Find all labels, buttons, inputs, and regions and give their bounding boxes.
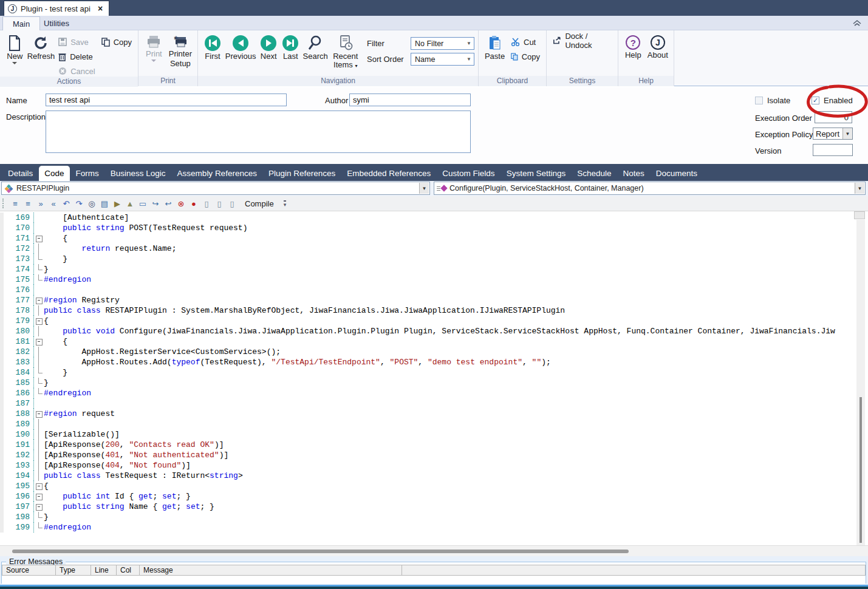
pause-icon[interactable]: ▯ bbox=[201, 198, 212, 209]
fold-collapse-icon[interactable] bbox=[34, 481, 44, 491]
next-button[interactable]: Next bbox=[258, 33, 279, 61]
code-line[interactable]: 192[ApiResponse(401, "Not authenticated"… bbox=[0, 450, 856, 460]
tab-notes[interactable]: Notes bbox=[617, 166, 649, 181]
print-button[interactable]: Print bbox=[142, 33, 166, 62]
delete-button[interactable]: Delete bbox=[56, 51, 97, 62]
tab-embedded-references[interactable]: Embedded References bbox=[341, 166, 436, 181]
error-table-body[interactable] bbox=[2, 576, 866, 584]
tab-assembly-references[interactable]: Assembly References bbox=[172, 166, 262, 181]
version-input[interactable] bbox=[813, 144, 853, 156]
code-line[interactable]: 194public class TestRequest : IReturn<st… bbox=[0, 471, 856, 481]
code-line[interactable]: 177#region Registry bbox=[0, 295, 856, 305]
about-button[interactable]: J About bbox=[646, 33, 670, 60]
save-button[interactable]: Save bbox=[56, 36, 97, 47]
tab-system-settings[interactable]: System Settings bbox=[501, 166, 572, 181]
horizontal-scrollbar[interactable] bbox=[0, 545, 868, 556]
enabled-checkbox[interactable]: ✓ Enabled bbox=[812, 96, 853, 105]
column-col[interactable]: Col bbox=[117, 565, 140, 575]
code-line[interactable]: 171 { bbox=[0, 233, 856, 243]
code-line[interactable]: 184 } bbox=[0, 367, 856, 378]
code-line[interactable]: 173 } bbox=[0, 254, 856, 264]
execution-order-input[interactable] bbox=[815, 111, 852, 123]
cut-button[interactable]: Cut bbox=[508, 36, 542, 47]
box-icon[interactable]: ▭ bbox=[137, 198, 148, 209]
code-line[interactable]: 180 public void Configure(JiwaFinancials… bbox=[0, 326, 856, 336]
code-line[interactable]: 190[Serializable()] bbox=[0, 429, 856, 440]
previous-button[interactable]: Previous bbox=[225, 33, 256, 61]
code-line[interactable]: 169 [Authenticate] bbox=[0, 213, 856, 223]
format-document-icon[interactable]: ≡ bbox=[10, 198, 21, 209]
help-button[interactable]: ? Help bbox=[622, 33, 644, 60]
code-line[interactable]: 176 bbox=[0, 285, 856, 295]
tab-documents[interactable]: Documents bbox=[651, 166, 703, 181]
fold-collapse-icon[interactable] bbox=[34, 295, 44, 305]
format-selection-icon[interactable]: ≡ bbox=[22, 198, 33, 209]
author-input[interactable] bbox=[349, 94, 471, 106]
recent-items-button[interactable]: Recent Items ▾ bbox=[330, 33, 361, 70]
method-combobox[interactable]: Configure(Plugin, ServiceStackHost, Cont… bbox=[434, 182, 866, 195]
toolbar-overflow-icon[interactable]: ▾ bbox=[284, 200, 287, 207]
find-icon[interactable]: ◎ bbox=[86, 198, 97, 209]
horizontal-scrollbar-thumb[interactable] bbox=[12, 550, 629, 553]
filter-select[interactable]: No Filter▼ bbox=[411, 37, 474, 50]
code-line[interactable]: 198} bbox=[0, 512, 856, 522]
first-button[interactable]: First bbox=[202, 33, 224, 61]
code-line[interactable]: 189 bbox=[0, 419, 856, 429]
tab-custom-fields[interactable]: Custom Fields bbox=[437, 166, 500, 181]
vertical-scrollbar-thumb[interactable] bbox=[859, 397, 862, 543]
tab-business-logic[interactable]: Business Logic bbox=[105, 166, 171, 181]
paste-button[interactable]: Paste bbox=[482, 33, 507, 61]
step-into-icon[interactable]: ▯ bbox=[214, 198, 225, 209]
code-line[interactable]: 193[ApiResponse(404, "Not found")] bbox=[0, 460, 856, 471]
code-line[interactable]: 185} bbox=[0, 378, 856, 388]
code-line[interactable]: 182 AppHost.RegisterService<CustomServic… bbox=[0, 347, 856, 357]
tab-details[interactable]: Details bbox=[2, 166, 38, 181]
tab-code[interactable]: Code bbox=[39, 166, 69, 181]
new-button[interactable]: New bbox=[4, 33, 26, 64]
run-to-cursor-icon[interactable]: ▶ bbox=[112, 198, 123, 209]
column-source[interactable]: Source bbox=[2, 565, 56, 575]
column-message[interactable]: Message bbox=[140, 565, 402, 575]
editor-splitter-box[interactable] bbox=[854, 211, 865, 219]
code-line[interactable]: 196 public int Id { get; set; } bbox=[0, 491, 856, 502]
chevron-down-icon[interactable]: ▼ bbox=[855, 183, 864, 194]
code-line[interactable]: 195{ bbox=[0, 481, 856, 491]
code-line[interactable]: 175#endregion bbox=[0, 274, 856, 285]
stop-find-icon[interactable]: ⊗ bbox=[176, 198, 186, 209]
fold-collapse-icon[interactable] bbox=[34, 336, 44, 347]
pointer-icon[interactable]: ▲ bbox=[125, 198, 135, 209]
column-line[interactable]: Line bbox=[91, 565, 117, 575]
code-line[interactable]: 191[ApiResponse(200, "Contacts read OK")… bbox=[0, 440, 856, 450]
chevron-down-icon[interactable]: ▼ bbox=[419, 183, 429, 194]
description-input[interactable] bbox=[46, 111, 471, 153]
code-line[interactable]: 183 AppHost.Routes.Add(typeof(TestReques… bbox=[0, 357, 856, 367]
indent-icon[interactable]: » bbox=[35, 198, 46, 209]
column-type[interactable]: Type bbox=[56, 565, 91, 575]
undo-icon[interactable]: ↶ bbox=[61, 198, 72, 209]
refresh-button[interactable]: Refresh bbox=[27, 33, 55, 61]
code-line[interactable]: 188#region request bbox=[0, 409, 856, 419]
isolate-checkbox[interactable]: Isolate bbox=[755, 96, 790, 105]
uncomment-icon[interactable]: ↩ bbox=[163, 198, 174, 209]
vertical-scrollbar[interactable] bbox=[856, 220, 865, 545]
tab-plugin-references[interactable]: Plugin References bbox=[263, 166, 341, 181]
code-line[interactable]: 174} bbox=[0, 264, 856, 274]
replace-icon[interactable]: ▤ bbox=[99, 198, 110, 209]
code-line[interactable]: 181 { bbox=[0, 336, 856, 347]
tab-forms[interactable]: Forms bbox=[70, 166, 104, 181]
tab-utilities[interactable]: Utilities bbox=[34, 16, 79, 30]
tab-schedule[interactable]: Schedule bbox=[572, 166, 617, 181]
last-button[interactable]: Last bbox=[281, 33, 300, 61]
fold-collapse-icon[interactable] bbox=[34, 502, 44, 512]
compile-button[interactable]: Compile bbox=[241, 198, 278, 209]
outdent-icon[interactable]: « bbox=[48, 198, 59, 209]
code-line[interactable]: 187 bbox=[0, 398, 856, 409]
code-line[interactable]: 178public class RESTAPIPlugin : System.M… bbox=[0, 305, 856, 316]
copy-button[interactable]: Copy bbox=[508, 51, 542, 62]
fold-collapse-icon[interactable] bbox=[34, 233, 44, 243]
breakpoint-icon[interactable]: ● bbox=[188, 198, 199, 209]
code-line[interactable]: 197 public string Name { get; set; } bbox=[0, 502, 856, 512]
redo-icon[interactable]: ↷ bbox=[73, 198, 84, 209]
code-line[interactable]: 186#endregion bbox=[0, 388, 856, 398]
code-line[interactable]: 199#endregion bbox=[0, 522, 856, 533]
